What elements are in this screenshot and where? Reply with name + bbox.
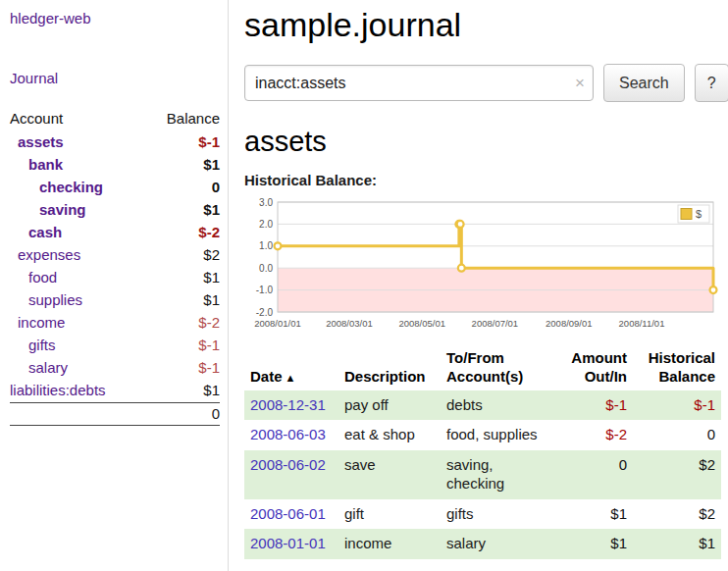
sidebar-item-liabilities-debts[interactable]: liabilities:debts <box>10 379 106 401</box>
account-row: income $-2 <box>10 311 220 334</box>
chart-section-label: Historical Balance: <box>244 172 728 188</box>
search-input[interactable] <box>244 65 594 101</box>
transaction-description: pay off <box>338 390 441 421</box>
app-title: hledger-web <box>10 10 220 26</box>
svg-text:-1.0: -1.0 <box>256 285 274 295</box>
account-balance: $-2 <box>198 221 220 243</box>
register-row: 2008-01-01 income salary $1 $1 <box>244 529 721 559</box>
transaction-date-link[interactable]: 2008-01-01 <box>250 535 326 551</box>
transaction-date-link[interactable]: 2008-12-31 <box>250 396 326 413</box>
account-heading: assets <box>244 126 728 158</box>
account-row: cash $-2 <box>10 221 220 243</box>
svg-text:1.0: 1.0 <box>259 240 273 251</box>
transaction-date-link[interactable]: 2008-06-03 <box>250 426 326 442</box>
clear-search-icon[interactable]: × <box>575 75 585 91</box>
account-balance: $1 <box>203 266 220 288</box>
transaction-date-link[interactable]: 2008-06-02 <box>250 456 326 473</box>
svg-text:2008/09/01: 2008/09/01 <box>546 318 593 329</box>
header-account: To/From Account(s) <box>441 345 558 390</box>
sidebar-item-saving[interactable]: saving <box>10 198 86 221</box>
app-title-link[interactable]: hledger-web <box>10 10 91 26</box>
balance-chart: 3.02.01.00.0-1.0-2.02008/01/012008/03/01… <box>244 194 721 332</box>
search-bar: × Search ? <box>244 64 728 102</box>
transaction-balance: $-1 <box>633 390 721 421</box>
register-table: Date▲ Description To/From Account(s) Amo… <box>244 345 721 559</box>
transaction-balance: $2 <box>633 499 721 530</box>
account-row: salary $-1 <box>10 356 220 379</box>
search-input-wrap: × <box>244 65 594 101</box>
sidebar-item-salary[interactable]: salary <box>10 356 68 379</box>
svg-text:2008/11/01: 2008/11/01 <box>619 318 665 329</box>
svg-text:2008/07/01: 2008/07/01 <box>472 318 519 329</box>
transaction-accounts: debts <box>441 390 558 421</box>
account-row: saving $1 <box>10 198 220 221</box>
help-button[interactable]: ? <box>695 64 728 102</box>
accounts-header-account: Account <box>10 107 63 130</box>
account-balance: 0 <box>212 176 220 198</box>
journal-nav: Journal <box>10 70 220 87</box>
header-amount: Amount Out/In <box>558 345 633 390</box>
account-row: supplies $1 <box>10 288 220 311</box>
transaction-balance: $1 <box>633 529 721 559</box>
accounts-table: Account Balance assets $-1 bank $1 check… <box>10 107 220 426</box>
account-row: gifts $-1 <box>10 334 220 356</box>
account-balance: $1 <box>203 379 220 401</box>
svg-text:3.0: 3.0 <box>259 197 273 208</box>
header-description: Description <box>338 345 441 390</box>
account-row: food $1 <box>10 266 220 288</box>
account-row: liabilities:debts $1 <box>10 379 220 401</box>
svg-text:2.0: 2.0 <box>259 219 273 230</box>
sidebar-item-checking[interactable]: checking <box>10 176 103 198</box>
sidebar-item-gifts[interactable]: gifts <box>10 334 56 356</box>
account-row: expenses $2 <box>10 243 220 266</box>
sidebar-item-assets[interactable]: assets <box>10 130 64 153</box>
search-button[interactable]: Search <box>603 64 685 102</box>
account-balance: $2 <box>203 243 220 266</box>
transaction-description: eat & shop <box>338 420 441 450</box>
sidebar-item-journal[interactable]: Journal <box>10 70 58 86</box>
sidebar-item-supplies[interactable]: supplies <box>10 288 82 311</box>
svg-text:0.0: 0.0 <box>259 263 273 274</box>
register-row: 2008-06-02 save saving, checking 0 $2 <box>244 450 721 499</box>
sort-asc-icon: ▲ <box>286 372 296 384</box>
account-row: checking 0 <box>10 176 220 198</box>
svg-text:-2.0: -2.0 <box>256 307 274 318</box>
sidebar-item-bank[interactable]: bank <box>10 153 63 176</box>
transaction-accounts: food, supplies <box>441 420 558 450</box>
transaction-accounts: gifts <box>441 499 558 530</box>
transaction-accounts: salary <box>441 529 558 559</box>
register-header-row: Date▲ Description To/From Account(s) Amo… <box>244 345 721 390</box>
transaction-amount: $-2 <box>558 420 633 450</box>
register-row: 2008-06-03 eat & shop food, supplies $-2… <box>244 420 721 450</box>
sidebar-item-expenses[interactable]: expenses <box>10 243 80 266</box>
register-row: 2008-12-31 pay off debts $-1 $-1 <box>244 390 721 421</box>
svg-text:2008/03/01: 2008/03/01 <box>326 318 373 329</box>
transaction-accounts: saving, checking <box>441 450 558 499</box>
account-balance: $1 <box>203 198 220 221</box>
account-balance: $-2 <box>198 311 220 334</box>
account-balance: $1 <box>203 288 220 311</box>
sidebar-item-cash[interactable]: cash <box>10 221 62 243</box>
account-balance: $-1 <box>198 130 220 153</box>
transaction-amount: 0 <box>558 450 633 499</box>
accounts-header: Account Balance <box>10 107 220 130</box>
transaction-date-link[interactable]: 2008-06-01 <box>250 505 326 522</box>
transaction-amount: $1 <box>558 499 633 530</box>
page: hledger-web Journal Account Balance asse… <box>0 0 728 571</box>
transaction-description: save <box>338 450 441 499</box>
transaction-amount: $-1 <box>558 390 633 421</box>
account-balance: $-1 <box>198 334 220 356</box>
register-row: 2008-06-01 gift gifts $1 $2 <box>244 499 721 530</box>
transaction-balance: 0 <box>633 420 721 450</box>
page-title: sample.journal <box>244 6 728 44</box>
sidebar-item-food[interactable]: food <box>10 266 57 288</box>
account-row: assets $-1 <box>10 130 220 153</box>
header-date[interactable]: Date▲ <box>244 345 338 390</box>
account-row: bank $1 <box>10 153 220 176</box>
svg-text:2008/01/01: 2008/01/01 <box>254 318 301 329</box>
transaction-description: income <box>338 529 441 559</box>
sidebar-item-income[interactable]: income <box>10 311 65 334</box>
account-balance: $1 <box>203 153 220 176</box>
sidebar: hledger-web Journal Account Balance asse… <box>0 0 229 571</box>
accounts-header-balance: Balance <box>167 107 220 130</box>
